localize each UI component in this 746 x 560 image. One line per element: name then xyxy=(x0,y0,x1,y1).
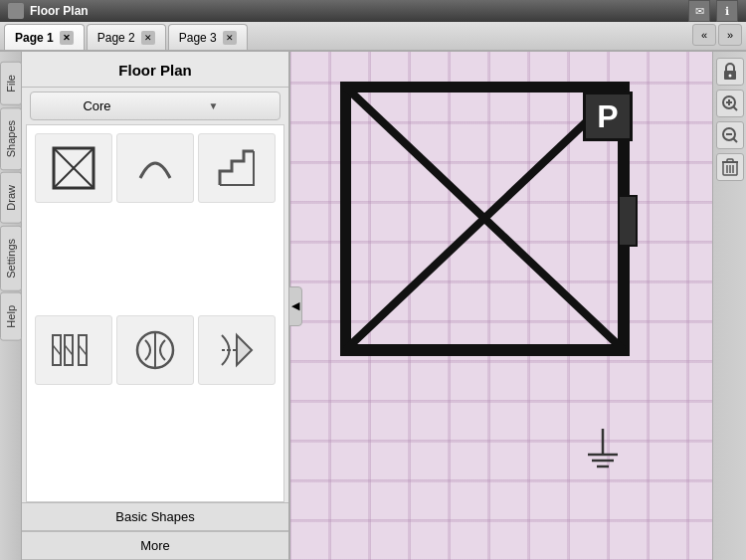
ground-symbol xyxy=(583,427,623,480)
zoom-out-icon xyxy=(721,126,739,144)
main-area: File Shapes Draw Settings Help Floor Pla… xyxy=(0,52,746,560)
shape-grid xyxy=(26,124,284,502)
parking-sign: P xyxy=(583,92,633,141)
shape-cell-6[interactable] xyxy=(198,315,276,385)
sidebar-item-shapes[interactable]: Shapes xyxy=(0,107,22,170)
panel-collapse-button[interactable]: ◀ xyxy=(288,286,302,326)
info-button[interactable]: ℹ xyxy=(716,0,738,22)
lock-icon xyxy=(722,63,738,81)
svg-line-29 xyxy=(733,138,737,142)
sidebar-item-file[interactable]: File xyxy=(0,62,22,105)
svg-marker-11 xyxy=(237,335,252,365)
shape-cell-5[interactable] xyxy=(116,315,194,385)
tab-page3[interactable]: Page 3 ✕ xyxy=(168,24,248,50)
svg-point-22 xyxy=(728,75,731,78)
shape-icon-circle-split xyxy=(130,325,180,375)
svg-rect-16 xyxy=(619,196,637,246)
shape-cell-4[interactable] xyxy=(35,315,112,385)
delete-button[interactable] xyxy=(716,153,744,181)
shape-panel: Floor Plan Core ▼ xyxy=(22,52,290,560)
svg-rect-32 xyxy=(727,159,733,162)
ground-symbol-svg xyxy=(583,427,623,476)
basic-shapes-header[interactable]: Basic Shapes xyxy=(22,502,288,531)
tab-prev-button[interactable]: « xyxy=(692,24,716,46)
shape-icon-box-x xyxy=(49,143,98,193)
tab-navigation: « » xyxy=(692,24,742,50)
category-dropdown[interactable]: Core ▼ xyxy=(30,92,280,120)
zoom-out-button[interactable] xyxy=(716,121,744,149)
zoom-in-icon xyxy=(721,94,739,112)
svg-line-5 xyxy=(53,345,61,355)
app-icon xyxy=(8,3,24,19)
svg-line-8 xyxy=(79,345,87,355)
sidebar-item-draw[interactable]: Draw xyxy=(0,172,22,224)
lock-button[interactable] xyxy=(716,58,744,86)
svg-line-6 xyxy=(65,345,73,355)
sidebar-item-help[interactable]: Help xyxy=(0,292,22,341)
tab-page1[interactable]: Page 1 ✕ xyxy=(4,24,85,50)
dropdown-label: Core xyxy=(39,98,155,113)
right-toolbar xyxy=(712,52,746,560)
title-right-buttons: ✉ ℹ xyxy=(688,0,738,22)
trash-icon xyxy=(722,158,738,176)
title-bar: Floor Plan ✉ ℹ xyxy=(0,0,746,22)
shape-cell-3[interactable] xyxy=(198,133,276,203)
zoom-in-button[interactable] xyxy=(716,90,744,117)
app-title: Floor Plan xyxy=(30,4,89,18)
mail-button[interactable]: ✉ xyxy=(688,0,710,22)
tab-close-page2[interactable]: ✕ xyxy=(141,31,155,45)
shape-icon-stairs xyxy=(212,143,262,193)
shape-icon-door-swing xyxy=(212,325,262,375)
panel-title: Floor Plan xyxy=(22,52,288,88)
left-sidebar: File Shapes Draw Settings Help xyxy=(0,52,22,560)
shape-icon-arc xyxy=(130,143,180,193)
more-header[interactable]: More xyxy=(22,531,288,560)
shape-icon-wall xyxy=(49,325,98,375)
tab-bar: Page 1 ✕ Page 2 ✕ Page 3 ✕ « » xyxy=(0,22,746,52)
svg-line-26 xyxy=(733,106,737,110)
canvas-area[interactable]: P xyxy=(290,52,712,560)
tab-close-page1[interactable]: ✕ xyxy=(60,31,74,45)
shape-cell-2[interactable] xyxy=(116,133,194,203)
sidebar-item-settings[interactable]: Settings xyxy=(0,226,22,291)
tab-next-button[interactable]: » xyxy=(718,24,742,46)
tab-page2[interactable]: Page 2 ✕ xyxy=(87,24,166,50)
shape-cell-1[interactable] xyxy=(35,133,112,203)
dropdown-arrow-icon: ▼ xyxy=(155,100,272,111)
tab-close-page3[interactable]: ✕ xyxy=(223,31,237,45)
